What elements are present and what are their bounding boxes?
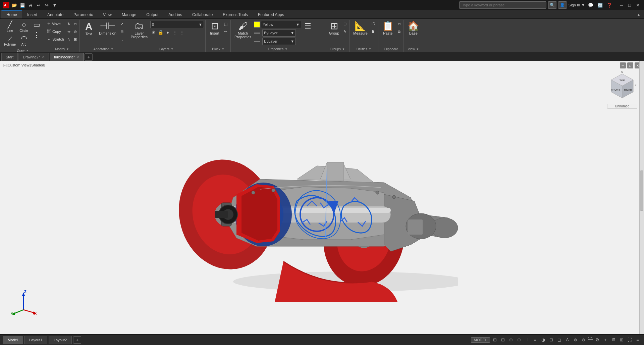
transparency-icon[interactable]: ◑ bbox=[540, 336, 547, 344]
help-icon[interactable]: ❓ bbox=[606, 1, 613, 9]
maximize-btn[interactable]: □ bbox=[626, 1, 633, 9]
selection-icon[interactable]: ⊡ bbox=[548, 336, 555, 344]
layer-more-btn[interactable]: ⋮ bbox=[178, 29, 185, 36]
move-btn[interactable]: ✛ Move bbox=[46, 20, 65, 28]
user-search-btn[interactable]: 👤 bbox=[558, 1, 567, 9]
ribbon-collapse-btn[interactable]: ▲ bbox=[635, 11, 643, 18]
copy-btn[interactable]: ⿵ Copy bbox=[46, 28, 65, 35]
properties-dropdown-arrow[interactable]: ▼ bbox=[285, 48, 287, 51]
new-tab-btn[interactable]: + bbox=[85, 53, 93, 61]
layer-lock-btn[interactable]: 🔓 bbox=[157, 29, 164, 36]
copy-clip-btn[interactable]: ⧉ bbox=[396, 28, 402, 35]
layer-extra-btn[interactable]: ⋮ bbox=[171, 29, 178, 36]
offset-btn[interactable]: ⊝ bbox=[72, 28, 78, 35]
annotscale-icon[interactable]: A bbox=[564, 336, 571, 344]
qa-dropdown[interactable]: ▼ bbox=[51, 1, 58, 9]
close-turbinacorte[interactable]: ✕ bbox=[77, 55, 79, 59]
tab-output[interactable]: Output bbox=[141, 10, 163, 18]
grid-icon[interactable]: ⊞ bbox=[491, 336, 499, 344]
tab-featuredapps[interactable]: Featured Apps bbox=[253, 10, 289, 18]
search-button[interactable]: 🔍 bbox=[548, 1, 556, 9]
redo-btn[interactable]: ↪ bbox=[43, 1, 50, 9]
list-btn[interactable]: ☰ bbox=[302, 21, 314, 31]
utilities-dropdown-arrow[interactable]: ▼ bbox=[369, 48, 371, 51]
base-btn[interactable]: 🏠 Base bbox=[406, 20, 421, 37]
tab-insert[interactable]: Insert bbox=[22, 10, 42, 18]
customize-icon[interactable]: ≡ bbox=[634, 336, 641, 344]
layout2-tab[interactable]: Layout2 bbox=[49, 336, 72, 344]
snap-icon[interactable]: ⊙ bbox=[516, 336, 523, 344]
tab-parametric[interactable]: Parametric bbox=[68, 10, 98, 18]
layer-dropdown[interactable]: 0 ▼ bbox=[150, 21, 204, 28]
tab-expresstools[interactable]: Express Tools bbox=[218, 10, 253, 18]
layer-color-btn[interactable]: ● bbox=[164, 29, 171, 36]
mirror-btn[interactable]: ⇔ bbox=[66, 28, 72, 35]
modify-dropdown-arrow[interactable]: ▼ bbox=[66, 48, 69, 51]
scroll-thumb[interactable] bbox=[640, 170, 643, 211]
array-btn[interactable]: ⊞ bbox=[72, 36, 78, 43]
block-dropdown-arrow[interactable]: ▼ bbox=[222, 48, 224, 51]
save-btn[interactable]: 💾 bbox=[19, 1, 26, 9]
workspace-icon[interactable]: ⊞ bbox=[618, 336, 625, 344]
cut-btn[interactable]: ✂ bbox=[396, 20, 402, 28]
add-layout-btn[interactable]: + bbox=[73, 336, 81, 344]
insert-btn[interactable]: ⊡ Insert bbox=[207, 20, 222, 37]
close-btn[interactable]: ✕ bbox=[634, 1, 641, 9]
layer-properties-btn[interactable]: 🗂 LayerProperties bbox=[129, 20, 150, 40]
undo-btn[interactable]: ↩ bbox=[35, 1, 42, 9]
layout1-tab[interactable]: Layout1 bbox=[24, 336, 47, 344]
block-more-btn[interactable]: ⋯ bbox=[223, 36, 229, 43]
ann-more-btn[interactable]: ⋮ bbox=[119, 36, 125, 43]
polyline-btn[interactable]: ⟋ Polyline bbox=[3, 34, 17, 47]
tab-manage[interactable]: Manage bbox=[117, 10, 141, 18]
plus-icon[interactable]: + bbox=[602, 336, 609, 344]
group-edit-btn[interactable]: ✎ bbox=[342, 28, 348, 35]
measure-btn[interactable]: 📐 Measure bbox=[351, 20, 370, 37]
signin-button[interactable]: Sign In ▼ bbox=[569, 3, 585, 7]
id-btn[interactable]: ID bbox=[370, 20, 377, 28]
groups-dropdown-arrow[interactable]: ▼ bbox=[342, 48, 345, 51]
search-input[interactable] bbox=[459, 1, 546, 9]
table-btn[interactable]: ⊞ bbox=[119, 28, 125, 35]
trim-btn[interactable]: ✂ bbox=[72, 20, 78, 28]
group-btn[interactable]: ⊞ Group bbox=[327, 20, 341, 37]
ungroup-btn[interactable]: ⊟ bbox=[342, 20, 348, 28]
lineweight-icon[interactable]: ≡ bbox=[532, 336, 539, 344]
text-btn[interactable]: A Text bbox=[82, 20, 96, 37]
draw-more-btn[interactable]: ⋮ bbox=[31, 31, 43, 40]
gear-icon[interactable]: ⚙ bbox=[594, 336, 601, 344]
tab-start[interactable]: Start bbox=[1, 53, 18, 61]
minimize-btn[interactable]: ─ bbox=[618, 1, 625, 9]
annotation-dropdown-arrow[interactable]: ▼ bbox=[111, 48, 113, 51]
match-properties-btn[interactable]: 🖌 MatchProperties bbox=[232, 20, 253, 40]
isolate-icon[interactable]: ◻ bbox=[556, 336, 563, 344]
calc-btn[interactable]: 🖩 bbox=[370, 28, 377, 35]
layer-freeze-btn[interactable]: ☀ bbox=[150, 29, 157, 36]
lineweight-dropdown[interactable]: ByLayer ▼ bbox=[262, 38, 296, 45]
autoscale-icon[interactable]: ⊘ bbox=[580, 336, 587, 344]
rect-btn[interactable]: ▭ bbox=[31, 20, 43, 30]
polar-icon[interactable]: ⊕ bbox=[507, 336, 515, 344]
ortho-icon[interactable]: ⊥ bbox=[524, 336, 531, 344]
tab-collaborate[interactable]: Collaborate bbox=[187, 10, 218, 18]
stretch-btn[interactable]: ↔ Stretch bbox=[46, 36, 65, 43]
draw-dropdown-arrow[interactable]: ▼ bbox=[26, 49, 29, 52]
tab-drawing2[interactable]: Drawing2* ✕ bbox=[18, 53, 49, 61]
viewcube-3d[interactable]: TOP FRONT RIGHT N E bbox=[607, 71, 637, 101]
annotvisibility-icon[interactable]: ⊗ bbox=[572, 336, 579, 344]
dimension-btn[interactable]: ⊣⊢ Dimension bbox=[97, 20, 118, 37]
color-dropdown[interactable]: Yellow ▼ bbox=[261, 21, 301, 28]
tab-view[interactable]: View bbox=[98, 10, 117, 18]
print-btn[interactable]: 🖨 bbox=[27, 1, 34, 9]
rotate-btn[interactable]: ↻ bbox=[66, 20, 72, 28]
vertical-scrollbar[interactable] bbox=[639, 61, 644, 334]
fullscreen-icon[interactable]: ⛶ bbox=[626, 336, 633, 344]
tab-addins[interactable]: Add-ins bbox=[163, 10, 187, 18]
grid-snap-icon[interactable]: ⊟ bbox=[499, 336, 507, 344]
paste-btn[interactable]: 📋 Paste bbox=[380, 20, 396, 37]
viewcube[interactable]: TOP FRONT RIGHT N E Unnamed bbox=[607, 71, 637, 108]
leader-btn[interactable]: ↗ bbox=[119, 20, 125, 28]
arc-btn[interactable]: ◠ Arc bbox=[18, 34, 30, 47]
sync-icon[interactable]: 🔄 bbox=[596, 1, 604, 9]
color-swatch[interactable] bbox=[254, 21, 260, 28]
